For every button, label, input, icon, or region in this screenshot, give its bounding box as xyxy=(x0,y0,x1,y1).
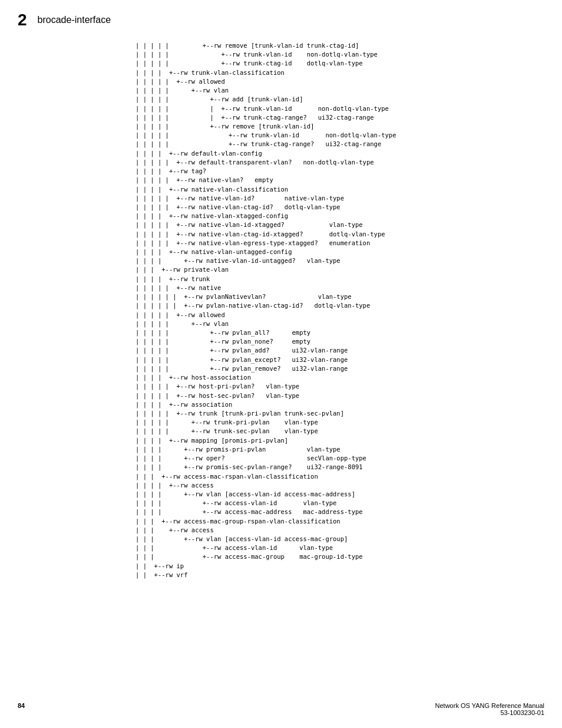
page-header: 2 brocade-interface xyxy=(0,0,562,35)
chapter-number: 2 xyxy=(18,11,27,29)
page-footer: 84 Network OS YANG Reference Manual 53-1… xyxy=(0,702,562,716)
content-area: | | | | | +--rw remove [trunk-vlan-id tr… xyxy=(0,35,562,585)
chapter-title: brocade-interface xyxy=(38,15,111,25)
code-content: | | | | | +--rw remove [trunk-vlan-id tr… xyxy=(135,41,562,579)
doc-title: Network OS YANG Reference Manual xyxy=(435,702,544,709)
page-number: 84 xyxy=(18,702,25,716)
footer-doc-info: Network OS YANG Reference Manual 53-1003… xyxy=(435,702,544,716)
doc-number: 53-1003230-01 xyxy=(435,709,544,716)
